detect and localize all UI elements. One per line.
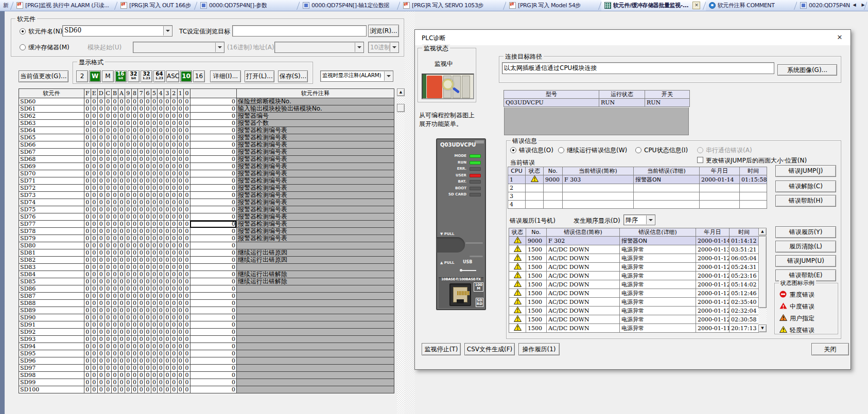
device-row[interactable]: SD6100000000000000000输入输出模块校验出错模块No.	[19, 105, 394, 113]
open-button[interactable]: 打开(L)...	[245, 70, 274, 82]
device-row[interactable]: SD7700000000000000000报警器检测编号表	[19, 221, 394, 228]
chevron-down-icon[interactable]	[646, 215, 654, 224]
scrollbar-up-icon[interactable]: ▲	[758, 228, 767, 236]
history-button[interactable]: 错误履历(Y)	[775, 226, 836, 238]
model-row[interactable]: Q03UDVCPURUNRUN	[504, 99, 690, 107]
device-row[interactable]: SD6800000000000000000报警器检测编号表	[19, 156, 394, 163]
order-combo[interactable]: 降序	[623, 214, 655, 225]
history-scrollbar[interactable]: ▲ ▼	[758, 228, 767, 332]
device-row[interactable]: SD6300000000000000000报警器个数	[19, 120, 394, 127]
detail-button[interactable]: 详细(I)...	[210, 70, 241, 82]
format-button-641.23[interactable]: 641.23	[153, 70, 165, 82]
bit-column-header[interactable]: 7	[138, 89, 145, 98]
history-row[interactable]: !1500AC/DC DOWN电源异常2000-01-1202:30:58	[509, 315, 759, 324]
bit-column-header[interactable]: A	[118, 89, 125, 98]
device-row[interactable]: SD8200000000000000000继续运行出错原因	[19, 257, 394, 264]
bit-column-header[interactable]: 9	[125, 89, 132, 98]
device-row[interactable]: SD8600000000000000000	[19, 285, 394, 293]
format-button-2[interactable]: 2	[76, 70, 88, 82]
tab-2[interactable]: [PRG]R 写入 OUT 166步	[117, 0, 197, 11]
cpu-module-image[interactable]: Q03UDVCPU MODERUNERR.USERBAT.BOOTSD CARD…	[436, 138, 486, 310]
bit-column-header[interactable]: 3	[164, 89, 171, 98]
device-row[interactable]: SD9900000000000000000	[19, 379, 394, 386]
error-clear-button[interactable]: 错误解除(C)	[775, 181, 836, 192]
history-row[interactable]: !1500AC/DC DOWN电源异常2000-01-1120:17:13	[509, 324, 759, 333]
device-name-radio[interactable]	[20, 28, 26, 34]
device-row[interactable]: SD9600000000000000000	[19, 357, 394, 365]
value-column-header[interactable]	[190, 89, 236, 98]
device-row[interactable]: SD7300000000000000000报警器检测编号表	[19, 192, 394, 199]
format-button-32bit[interactable]: 32bit	[128, 70, 140, 82]
device-row[interactable]: SD7000000000000000000报警器检测编号表	[19, 170, 394, 177]
device-row[interactable]: SD8100000000000000000继续运行出错原因	[19, 249, 394, 257]
history-row[interactable]: !1500AC/DC DOWN电源异常2000-01-1205:24:31	[509, 263, 759, 272]
format-button-W[interactable]: W	[89, 70, 101, 82]
connection-path-field[interactable]: 以太网插板通信通过CPU模块连接	[502, 62, 774, 74]
tab-5[interactable]: [PRG]R 写入 SERVO 1053步	[400, 0, 506, 11]
chevron-down-icon[interactable]	[384, 71, 392, 81]
format-button-ASC[interactable]: ASC	[166, 70, 179, 82]
device-row[interactable]: SD8500000000000000000继续运行出错解除	[19, 278, 394, 285]
device-row[interactable]: SD6500000000000000000报警器检测编号表	[19, 134, 394, 141]
bit-column-header[interactable]: 4	[158, 89, 164, 98]
plc-rack-image[interactable]	[422, 74, 474, 99]
tab-6[interactable]: [PRG]R 写入 Model 54步	[506, 0, 601, 11]
bit-column-header[interactable]: 6	[145, 89, 151, 98]
tc-target-field[interactable]	[232, 25, 367, 37]
bit-column-header[interactable]: E	[91, 89, 97, 98]
cpu-status-radio[interactable]	[635, 147, 641, 153]
device-row[interactable]: SD6700000000000000000报警器检测编号表	[19, 149, 394, 156]
comment-display-combo[interactable]: 监视时显示注释(ALARM)	[320, 70, 393, 82]
continue-error-radio[interactable]	[558, 147, 564, 153]
bit-column-header[interactable]: 2	[170, 89, 177, 98]
history-jump-button[interactable]: 错误JUMP(U)	[775, 255, 836, 267]
current-error-row[interactable]: 3	[508, 192, 767, 201]
scrollbar-thumb[interactable]	[758, 236, 767, 308]
device-row[interactable]: SD7800000000000000000报警器检测编号表	[19, 228, 394, 235]
monitor-stop-button[interactable]: 监视停止(T)	[422, 343, 461, 355]
device-column-header[interactable]: 软元件	[19, 89, 84, 98]
bit-column-header[interactable]: 1	[177, 89, 184, 98]
tab-8[interactable]: 软元件注释 COMMENT	[706, 0, 797, 11]
current-error-row[interactable]: 1!9000F 303报警器ON2000-01-1401:15:58	[508, 175, 767, 184]
tab-3[interactable]: 0000:QD75P4N[]-参数	[197, 0, 300, 11]
buffer-memory-radio[interactable]	[20, 44, 26, 50]
bit-column-header[interactable]: 5	[151, 89, 158, 98]
scrollbar-thumb[interactable]	[397, 104, 405, 112]
error-jump-button[interactable]: 错误JUMP(J)	[775, 165, 836, 177]
device-row[interactable]: SD7500000000000000000报警器检测编号表	[19, 206, 394, 213]
tab-1[interactable]: [PRG]监视 执行中 ALARM (只读...	[13, 0, 117, 11]
device-row[interactable]: SD6900000000000000000报警器检测编号表	[19, 163, 394, 170]
device-row[interactable]: SD9700000000000000000	[19, 365, 394, 372]
device-row[interactable]: SD6400000000000000000报警器检测编号表	[19, 127, 394, 134]
comment-column-header[interactable]: 软元件注释	[236, 89, 394, 98]
error-help-button[interactable]: 错误帮助(H)	[775, 195, 836, 207]
device-row[interactable]: SD9100000000000000000	[19, 321, 394, 329]
bit-column-header[interactable]: D	[97, 89, 105, 98]
device-row[interactable]: SD8000000000000000000	[19, 242, 394, 249]
device-row[interactable]: SD9800000000000000000	[19, 372, 394, 379]
format-button-10[interactable]: 10	[180, 70, 192, 82]
tab-0[interactable]: 新	[0, 0, 13, 11]
device-row[interactable]: SD7600000000000000000报警器检测编号表	[19, 213, 394, 221]
device-row[interactable]: SD7400000000000000000报警器检测编号表	[19, 199, 394, 206]
csv-generate-button[interactable]: CSV文件生成(F)	[464, 343, 515, 355]
device-row[interactable]: SD10000000000000000000	[19, 386, 394, 393]
device-row[interactable]: SD8800000000000000000	[19, 300, 394, 307]
close-icon[interactable]: ✕	[834, 32, 845, 43]
history-row[interactable]: !1500AC/DC DOWN电源异常2000-01-1205:12:46	[509, 289, 759, 298]
scrollbar-up-icon[interactable]: ▲	[397, 88, 405, 96]
bit-column-header[interactable]: B	[111, 89, 118, 98]
tab-close-icon[interactable]: ✕	[692, 2, 700, 9]
device-row[interactable]: SD7200000000000000000报警器检测编号表	[19, 185, 394, 192]
device-row[interactable]: SD9500000000000000000	[19, 350, 394, 357]
history-row[interactable]: !1500AC/DC DOWN电源异常2000-01-1206:05:04	[509, 254, 759, 263]
history-row[interactable]: !1500AC/DC DOWN电源异常2000-01-1205:14:02	[509, 280, 759, 289]
tab-4[interactable]: 0000:QD75P4N[]-轴1定位数据	[300, 0, 400, 11]
device-row[interactable]: SD8700000000000000000	[19, 293, 394, 300]
bit-column-header[interactable]: F	[84, 89, 91, 98]
bit-column-header[interactable]: 8	[131, 89, 138, 98]
operation-history-button[interactable]: 操作履历(1)	[518, 343, 560, 355]
jump-resize-checkbox[interactable]	[697, 157, 703, 163]
device-row[interactable]: SD9200000000000000000	[19, 329, 394, 336]
